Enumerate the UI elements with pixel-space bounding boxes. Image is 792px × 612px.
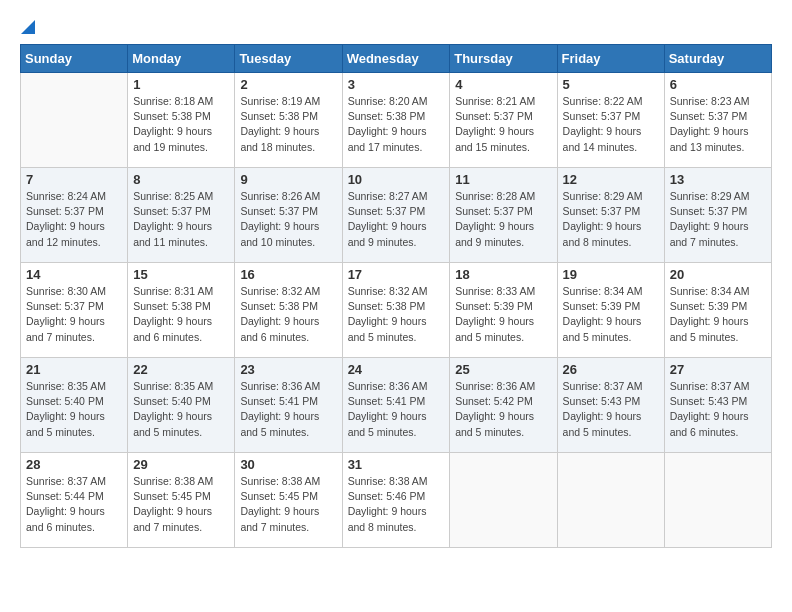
calendar-week-row: 21Sunrise: 8:35 AMSunset: 5:40 PMDayligh… <box>21 358 772 453</box>
calendar-cell: 5Sunrise: 8:22 AMSunset: 5:37 PMDaylight… <box>557 73 664 168</box>
calendar-cell <box>664 453 771 548</box>
calendar-cell: 12Sunrise: 8:29 AMSunset: 5:37 PMDayligh… <box>557 168 664 263</box>
day-info: Sunrise: 8:31 AMSunset: 5:38 PMDaylight:… <box>133 284 229 345</box>
calendar-cell: 25Sunrise: 8:36 AMSunset: 5:42 PMDayligh… <box>450 358 557 453</box>
day-info: Sunrise: 8:36 AMSunset: 5:41 PMDaylight:… <box>348 379 445 440</box>
day-info: Sunrise: 8:29 AMSunset: 5:37 PMDaylight:… <box>563 189 659 250</box>
calendar-header-row: SundayMondayTuesdayWednesdayThursdayFrid… <box>21 45 772 73</box>
day-number: 19 <box>563 267 659 282</box>
calendar-header-sunday: Sunday <box>21 45 128 73</box>
calendar-header-friday: Friday <box>557 45 664 73</box>
day-number: 22 <box>133 362 229 377</box>
day-number: 13 <box>670 172 766 187</box>
calendar-cell: 14Sunrise: 8:30 AMSunset: 5:37 PMDayligh… <box>21 263 128 358</box>
day-number: 15 <box>133 267 229 282</box>
calendar-cell: 4Sunrise: 8:21 AMSunset: 5:37 PMDaylight… <box>450 73 557 168</box>
day-info: Sunrise: 8:34 AMSunset: 5:39 PMDaylight:… <box>670 284 766 345</box>
calendar-cell: 19Sunrise: 8:34 AMSunset: 5:39 PMDayligh… <box>557 263 664 358</box>
calendar-header-wednesday: Wednesday <box>342 45 450 73</box>
day-info: Sunrise: 8:37 AMSunset: 5:43 PMDaylight:… <box>563 379 659 440</box>
day-info: Sunrise: 8:34 AMSunset: 5:39 PMDaylight:… <box>563 284 659 345</box>
day-number: 5 <box>563 77 659 92</box>
day-number: 27 <box>670 362 766 377</box>
calendar-cell: 28Sunrise: 8:37 AMSunset: 5:44 PMDayligh… <box>21 453 128 548</box>
day-info: Sunrise: 8:21 AMSunset: 5:37 PMDaylight:… <box>455 94 551 155</box>
day-number: 4 <box>455 77 551 92</box>
calendar-cell: 21Sunrise: 8:35 AMSunset: 5:40 PMDayligh… <box>21 358 128 453</box>
day-info: Sunrise: 8:38 AMSunset: 5:45 PMDaylight:… <box>240 474 336 535</box>
day-number: 7 <box>26 172 122 187</box>
calendar-cell: 29Sunrise: 8:38 AMSunset: 5:45 PMDayligh… <box>128 453 235 548</box>
day-number: 28 <box>26 457 122 472</box>
day-info: Sunrise: 8:37 AMSunset: 5:43 PMDaylight:… <box>670 379 766 440</box>
calendar-table: SundayMondayTuesdayWednesdayThursdayFrid… <box>20 44 772 548</box>
calendar-cell: 10Sunrise: 8:27 AMSunset: 5:37 PMDayligh… <box>342 168 450 263</box>
day-info: Sunrise: 8:26 AMSunset: 5:37 PMDaylight:… <box>240 189 336 250</box>
calendar-cell: 3Sunrise: 8:20 AMSunset: 5:38 PMDaylight… <box>342 73 450 168</box>
calendar-cell: 18Sunrise: 8:33 AMSunset: 5:39 PMDayligh… <box>450 263 557 358</box>
day-number: 24 <box>348 362 445 377</box>
day-number: 25 <box>455 362 551 377</box>
day-number: 14 <box>26 267 122 282</box>
day-number: 29 <box>133 457 229 472</box>
calendar-cell: 16Sunrise: 8:32 AMSunset: 5:38 PMDayligh… <box>235 263 342 358</box>
day-number: 2 <box>240 77 336 92</box>
day-info: Sunrise: 8:36 AMSunset: 5:42 PMDaylight:… <box>455 379 551 440</box>
day-info: Sunrise: 8:24 AMSunset: 5:37 PMDaylight:… <box>26 189 122 250</box>
day-number: 10 <box>348 172 445 187</box>
calendar-cell: 23Sunrise: 8:36 AMSunset: 5:41 PMDayligh… <box>235 358 342 453</box>
calendar-cell: 13Sunrise: 8:29 AMSunset: 5:37 PMDayligh… <box>664 168 771 263</box>
calendar-cell: 6Sunrise: 8:23 AMSunset: 5:37 PMDaylight… <box>664 73 771 168</box>
calendar-week-row: 1Sunrise: 8:18 AMSunset: 5:38 PMDaylight… <box>21 73 772 168</box>
calendar-header-thursday: Thursday <box>450 45 557 73</box>
logo-triangle-icon <box>21 20 35 34</box>
calendar-week-row: 28Sunrise: 8:37 AMSunset: 5:44 PMDayligh… <box>21 453 772 548</box>
day-info: Sunrise: 8:27 AMSunset: 5:37 PMDaylight:… <box>348 189 445 250</box>
day-number: 31 <box>348 457 445 472</box>
day-info: Sunrise: 8:22 AMSunset: 5:37 PMDaylight:… <box>563 94 659 155</box>
day-info: Sunrise: 8:30 AMSunset: 5:37 PMDaylight:… <box>26 284 122 345</box>
day-number: 16 <box>240 267 336 282</box>
day-info: Sunrise: 8:37 AMSunset: 5:44 PMDaylight:… <box>26 474 122 535</box>
calendar-cell: 1Sunrise: 8:18 AMSunset: 5:38 PMDaylight… <box>128 73 235 168</box>
day-info: Sunrise: 8:33 AMSunset: 5:39 PMDaylight:… <box>455 284 551 345</box>
calendar-cell: 20Sunrise: 8:34 AMSunset: 5:39 PMDayligh… <box>664 263 771 358</box>
day-info: Sunrise: 8:25 AMSunset: 5:37 PMDaylight:… <box>133 189 229 250</box>
day-info: Sunrise: 8:28 AMSunset: 5:37 PMDaylight:… <box>455 189 551 250</box>
calendar-header-tuesday: Tuesday <box>235 45 342 73</box>
calendar-cell: 2Sunrise: 8:19 AMSunset: 5:38 PMDaylight… <box>235 73 342 168</box>
calendar-cell <box>557 453 664 548</box>
calendar-cell: 26Sunrise: 8:37 AMSunset: 5:43 PMDayligh… <box>557 358 664 453</box>
day-number: 26 <box>563 362 659 377</box>
day-info: Sunrise: 8:23 AMSunset: 5:37 PMDaylight:… <box>670 94 766 155</box>
day-number: 23 <box>240 362 336 377</box>
calendar-cell: 8Sunrise: 8:25 AMSunset: 5:37 PMDaylight… <box>128 168 235 263</box>
day-info: Sunrise: 8:36 AMSunset: 5:41 PMDaylight:… <box>240 379 336 440</box>
logo <box>20 20 36 34</box>
day-info: Sunrise: 8:20 AMSunset: 5:38 PMDaylight:… <box>348 94 445 155</box>
day-number: 18 <box>455 267 551 282</box>
calendar-cell: 22Sunrise: 8:35 AMSunset: 5:40 PMDayligh… <box>128 358 235 453</box>
day-number: 11 <box>455 172 551 187</box>
day-info: Sunrise: 8:38 AMSunset: 5:45 PMDaylight:… <box>133 474 229 535</box>
day-number: 21 <box>26 362 122 377</box>
calendar-cell: 15Sunrise: 8:31 AMSunset: 5:38 PMDayligh… <box>128 263 235 358</box>
calendar-cell: 24Sunrise: 8:36 AMSunset: 5:41 PMDayligh… <box>342 358 450 453</box>
day-number: 12 <box>563 172 659 187</box>
calendar-header-saturday: Saturday <box>664 45 771 73</box>
day-info: Sunrise: 8:35 AMSunset: 5:40 PMDaylight:… <box>133 379 229 440</box>
calendar-cell: 27Sunrise: 8:37 AMSunset: 5:43 PMDayligh… <box>664 358 771 453</box>
day-info: Sunrise: 8:32 AMSunset: 5:38 PMDaylight:… <box>348 284 445 345</box>
day-info: Sunrise: 8:29 AMSunset: 5:37 PMDaylight:… <box>670 189 766 250</box>
calendar-cell: 17Sunrise: 8:32 AMSunset: 5:38 PMDayligh… <box>342 263 450 358</box>
day-number: 9 <box>240 172 336 187</box>
day-number: 17 <box>348 267 445 282</box>
calendar-cell: 7Sunrise: 8:24 AMSunset: 5:37 PMDaylight… <box>21 168 128 263</box>
calendar-cell: 9Sunrise: 8:26 AMSunset: 5:37 PMDaylight… <box>235 168 342 263</box>
day-info: Sunrise: 8:38 AMSunset: 5:46 PMDaylight:… <box>348 474 445 535</box>
calendar-cell: 31Sunrise: 8:38 AMSunset: 5:46 PMDayligh… <box>342 453 450 548</box>
day-number: 1 <box>133 77 229 92</box>
day-number: 3 <box>348 77 445 92</box>
day-number: 30 <box>240 457 336 472</box>
day-info: Sunrise: 8:18 AMSunset: 5:38 PMDaylight:… <box>133 94 229 155</box>
